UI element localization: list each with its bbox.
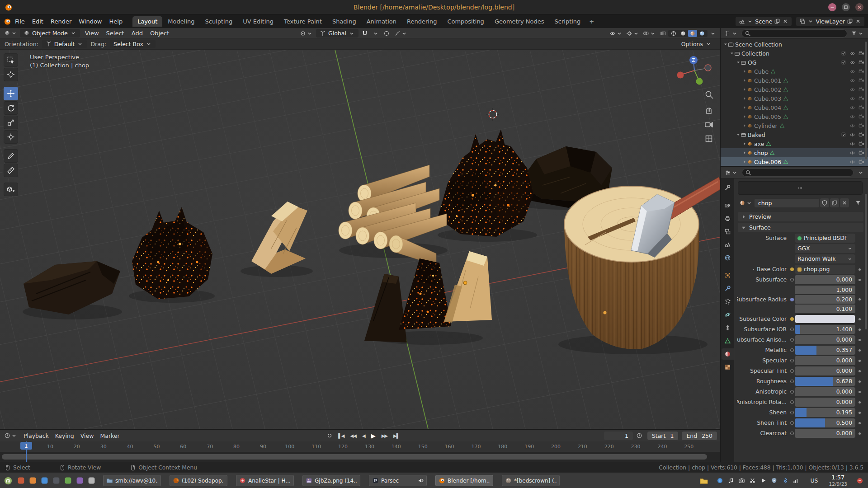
tray-info-icon[interactable] (717, 477, 723, 484)
slider-specular-tint[interactable]: 0.000 (795, 366, 855, 375)
hide-eye-toggle[interactable] (849, 132, 855, 138)
menu-button[interactable] (3, 475, 14, 486)
launcher-1[interactable] (15, 475, 26, 486)
properties-scrollbar[interactable] (865, 194, 867, 329)
shading-wireframe-button[interactable] (669, 30, 678, 37)
next-keyframe-button[interactable]: ▶▶ (379, 433, 390, 439)
minimize-button[interactable] (828, 3, 836, 11)
slider-subsurface-ior[interactable]: 1.400 (795, 325, 855, 334)
notifications-button[interactable] (854, 475, 865, 486)
exclude-checkbox[interactable] (841, 132, 846, 137)
delete-scene-button[interactable] (782, 18, 788, 24)
dropdown-ggx[interactable]: GGX (795, 244, 855, 253)
tool-measure[interactable] (4, 164, 18, 177)
outliner-row-axe[interactable]: axe (721, 139, 868, 148)
collapse-toggle[interactable] (736, 60, 741, 65)
desktop-folder-button[interactable] (698, 475, 709, 486)
number-field[interactable]: 0.100 (795, 305, 855, 313)
blender-app-menu[interactable] (4, 18, 11, 25)
outliner-row-cube-004[interactable]: Cube.004 (721, 103, 868, 112)
properties-editor-type-button[interactable] (723, 169, 739, 176)
slider-clearcoat[interactable]: 0.000 (795, 429, 855, 438)
new-viewlayer-button[interactable] (847, 18, 853, 24)
tray-music-icon[interactable] (727, 477, 734, 484)
scene-selector[interactable]: Scene (736, 17, 792, 26)
slider-sheen[interactable]: 0.195 (795, 408, 855, 417)
properties-tab-physics[interactable] (722, 309, 734, 320)
menu-edit[interactable]: Edit (28, 18, 47, 25)
visibility-dropdown[interactable] (608, 30, 624, 37)
slider-anisotropic[interactable]: 0.000 (795, 387, 855, 396)
dropdown-random-walk[interactable]: Random Walk (795, 254, 855, 263)
workspace-tab-uv-editing[interactable]: UV Editing (238, 16, 278, 27)
outliner-row-cube-006[interactable]: Cube.006 (721, 157, 868, 166)
render-camera-toggle[interactable] (859, 132, 864, 138)
hide-eye-toggle[interactable] (849, 87, 855, 93)
material-slots-list[interactable] (738, 181, 863, 195)
clock[interactable]: 1:57 12/9/23 (829, 474, 847, 487)
outliner-row-cube-001[interactable]: Cube.001 (721, 76, 868, 85)
hide-eye-toggle[interactable] (849, 78, 855, 84)
orientation-select[interactable]: Default (42, 40, 87, 48)
properties-tab-constraints[interactable] (722, 322, 734, 333)
close-button[interactable] (855, 3, 863, 11)
properties-tab-render[interactable] (722, 200, 734, 211)
remove-viewlayer-button[interactable] (855, 18, 861, 24)
taskbar-window-smb-awv-10[interactable]: smb://awv@10... (103, 475, 161, 486)
launcher-7[interactable] (86, 475, 97, 486)
maximize-button[interactable] (842, 3, 850, 11)
launcher-4[interactable] (51, 475, 61, 486)
hide-eye-toggle[interactable] (849, 69, 855, 75)
viewport-menu-select[interactable]: Select (103, 30, 128, 37)
proportional-falloff-button[interactable] (393, 30, 409, 37)
tray-shield-icon[interactable] (771, 477, 778, 484)
properties-tab-output[interactable] (722, 213, 734, 224)
gizmo-y-axis[interactable] (696, 78, 703, 85)
render-camera-toggle[interactable] (859, 141, 864, 147)
tray-scissors-icon[interactable] (749, 477, 756, 484)
taskbar-window-blender-hom[interactable]: Blender [/hom... (435, 475, 493, 486)
workspace-tab-rendering[interactable]: Rendering (402, 16, 442, 27)
keyframe-decorator[interactable] (859, 279, 861, 281)
render-camera-toggle[interactable] (859, 69, 864, 75)
hide-eye-toggle[interactable] (849, 123, 855, 129)
render-camera-toggle[interactable] (859, 150, 864, 156)
slider-roughness[interactable]: 0.628 (795, 377, 855, 386)
number-field[interactable]: 0.200 (795, 295, 855, 304)
tool-rotate[interactable] (4, 101, 18, 115)
workspace-tab-modeling[interactable]: Modeling (163, 16, 199, 27)
show-overlays-button[interactable] (642, 30, 657, 37)
menu-render[interactable]: Render (47, 18, 75, 25)
render-camera-toggle[interactable] (859, 78, 864, 84)
workspace-tab-scripting[interactable]: Scripting (550, 16, 586, 27)
render-camera-toggle[interactable] (859, 123, 864, 129)
viewlayer-selector[interactable]: ViewLayer (796, 17, 864, 26)
hide-eye-toggle[interactable] (849, 150, 855, 156)
launcher-3[interactable] (39, 475, 50, 486)
exclude-checkbox[interactable] (841, 60, 846, 65)
viewlayer-name[interactable]: ViewLayer (816, 18, 845, 25)
keyframe-decorator[interactable] (859, 298, 861, 300)
viewport-menu-object[interactable]: Object (146, 30, 173, 37)
outliner-row-cube-005[interactable]: Cube.005 (721, 112, 868, 121)
taskbar-window-bedscrown[interactable]: *[bedscrown] (... (502, 475, 560, 486)
new-material-button[interactable] (830, 198, 839, 207)
outliner-search-input[interactable] (741, 29, 847, 38)
taskbar-window-parsec[interactable]: Parsec (369, 475, 427, 486)
timeline-editor-type-button[interactable] (3, 432, 19, 439)
properties-tab-object[interactable] (722, 270, 734, 281)
keyframe-decorator[interactable] (859, 349, 861, 352)
render-camera-toggle[interactable] (859, 51, 864, 56)
render-camera-toggle[interactable] (859, 159, 864, 165)
render-camera-toggle[interactable] (859, 105, 864, 111)
outliner-row-chop[interactable]: chop (721, 148, 868, 157)
outliner-editor-type-button[interactable] (723, 30, 739, 37)
chevron-down-icon[interactable] (807, 18, 814, 24)
render-camera-toggle[interactable] (859, 87, 864, 93)
workspace-tab-texture-paint[interactable]: Texture Paint (279, 16, 327, 27)
collapse-toggle[interactable] (723, 42, 728, 47)
hide-eye-toggle[interactable] (849, 51, 855, 56)
collapse-toggle[interactable] (730, 51, 734, 56)
prev-keyframe-button[interactable]: ◀◀ (348, 433, 359, 439)
expand-toggle[interactable] (742, 160, 747, 164)
